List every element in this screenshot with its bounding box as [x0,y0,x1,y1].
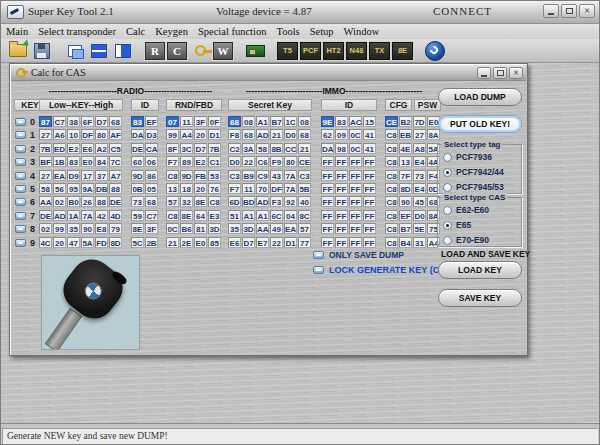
hex-cell[interactable]: FF [335,183,348,194]
hex-cell[interactable]: 18 [180,183,193,194]
table-row[interactable]: 7DEAD1A7A424D59C7C88E64E351A1A16C048CFFF… [11,210,441,223]
hex-cell[interactable]: FF [363,223,376,234]
hex-cell[interactable]: 11 [242,183,255,194]
hex-cell[interactable]: 3A [242,143,255,154]
table-row[interactable]: 427EAD91737A79D86C89DFB53C3B9C9437AC3FFF… [11,170,441,183]
hex-cell[interactable]: DE [131,143,144,154]
radio-option-e70-e90[interactable]: E70-E90 [443,235,521,248]
hex-cell[interactable]: 7B [208,143,221,154]
hex-cell[interactable]: E6 [81,143,94,154]
hex-cell[interactable]: 3D [208,223,221,234]
table-row[interactable]: 127A610DF80AFDAD399A420D1F868AD21D068620… [11,129,441,142]
hex-cell[interactable]: B9 [242,170,255,181]
title-bar[interactable]: Super Key Tool 2.1 Voltage device = 4.87… [1,1,599,24]
hex-cell[interactable]: C8 [385,129,398,140]
hex-cell[interactable]: 68 [298,129,311,140]
hex-cell[interactable]: E3 [208,210,221,221]
hex-cell[interactable]: FF [363,237,376,248]
hex-cell[interactable]: ED [53,143,66,154]
hex-cell[interactable]: AC [349,116,362,127]
hex-cell[interactable]: FB [194,170,207,181]
hex-cell[interactable]: FF [349,183,362,194]
hex-cell[interactable]: E8 [95,223,108,234]
hex-cell[interactable]: 64 [194,210,207,221]
hex-cell[interactable]: 02 [39,223,52,234]
hex-cell[interactable]: EA [284,223,297,234]
hex-cell[interactable]: 35 [67,223,80,234]
hex-cell[interactable]: C8 [385,183,398,194]
hex-cell[interactable]: 60 [131,156,144,167]
hex-cell[interactable]: 56 [53,183,66,194]
menu-item-setup[interactable]: Setup [305,26,339,37]
hex-cell[interactable]: C6 [256,156,269,167]
hex-cell[interactable]: FF [349,170,362,181]
hex-cell[interactable]: 22 [270,237,283,248]
hex-cell[interactable]: 8C [298,210,311,221]
hex-cell[interactable]: DF [270,183,283,194]
hex-cell[interactable]: 84 [95,156,108,167]
hex-cell[interactable]: 35 [228,223,241,234]
menu-item-calc[interactable]: Calc [121,26,150,37]
hex-cell[interactable]: C8 [385,156,398,167]
hex-cell[interactable]: 4C [39,237,52,248]
hex-cell[interactable]: 7C [109,156,122,167]
hex-cell[interactable]: 6D [228,196,241,207]
hex-cell[interactable]: 38 [67,116,80,127]
hex-cell[interactable]: 2E [180,237,193,248]
hex-cell[interactable]: AD [53,210,66,221]
hex-cell[interactable]: 89 [180,156,193,167]
hex-cell[interactable]: 08 [242,116,255,127]
hex-cell[interactable]: 37 [95,170,108,181]
hex-cell[interactable]: F9 [270,156,283,167]
hex-cell[interactable]: 77 [298,237,311,248]
hex-cell[interactable]: 3D [242,223,255,234]
read-button[interactable]: R [145,42,165,60]
hex-cell[interactable]: FF [349,237,362,248]
hex-cell[interactable]: 7D [413,116,426,127]
save-button[interactable] [31,41,53,61]
hex-cell[interactable]: 1A [67,210,80,221]
hex-cell[interactable]: 20 [194,129,207,140]
menu-item-tools[interactable]: Tools [271,26,304,37]
hex-cell[interactable]: 70 [256,183,269,194]
hex-cell[interactable]: 92 [284,196,297,207]
hex-cell[interactable]: DE [39,210,52,221]
hex-cell[interactable]: 7A [81,210,94,221]
hex-cell[interactable]: D7 [95,116,108,127]
hex-cell[interactable]: 90 [81,223,94,234]
radio-option-e65[interactable]: E65 [443,220,521,233]
hex-cell[interactable]: FF [363,210,376,221]
hex-cell[interactable]: 7A [284,170,297,181]
hex-cell[interactable]: 22 [242,156,255,167]
table-row[interactable]: 087C7386FD76883EF07113F0F6808A1B71C089E8… [11,116,441,129]
hex-cell[interactable]: 49 [270,223,283,234]
hex-cell[interactable]: 9A [81,183,94,194]
menu-item-main[interactable]: Main [1,26,33,37]
hex-cell[interactable]: 87 [39,116,52,127]
hex-cell[interactable]: D1 [208,129,221,140]
hex-cell[interactable]: DE [109,196,122,207]
hex-cell[interactable]: DB [95,183,108,194]
table-row[interactable]: 6AA02B02688DE736857328EC86DBDADF39240FFF… [11,196,441,209]
hex-cell[interactable]: C8 [385,237,398,248]
hex-cell[interactable]: BF [39,156,52,167]
hex-cell[interactable]: 40 [298,196,311,207]
hex-cell[interactable]: 7B [39,143,52,154]
load-dump-button[interactable]: LOAD DUMP [438,88,522,106]
hex-cell[interactable]: 83 [131,116,144,127]
hex-cell[interactable]: 8F [166,143,179,154]
hex-cell[interactable]: FF [321,210,334,221]
hex-cell[interactable]: C7 [53,116,66,127]
hex-cell[interactable]: 68 [109,116,122,127]
hex-cell[interactable]: FF [321,170,334,181]
hex-cell[interactable]: 02 [53,196,66,207]
hex-cell[interactable]: 3F [145,223,158,234]
n48-button[interactable]: N48 [346,42,367,60]
hex-cell[interactable]: 4E [399,143,412,154]
hex-cell[interactable]: E4 [413,156,426,167]
hex-cell[interactable]: FF [335,223,348,234]
hex-cell[interactable]: C8 [208,196,221,207]
table-row[interactable]: 802993590E8798E3F0CB6813D353DAA49EA57FFF… [11,223,441,236]
hex-cell[interactable]: 3F [194,116,207,127]
hex-cell[interactable]: 85 [208,237,221,248]
